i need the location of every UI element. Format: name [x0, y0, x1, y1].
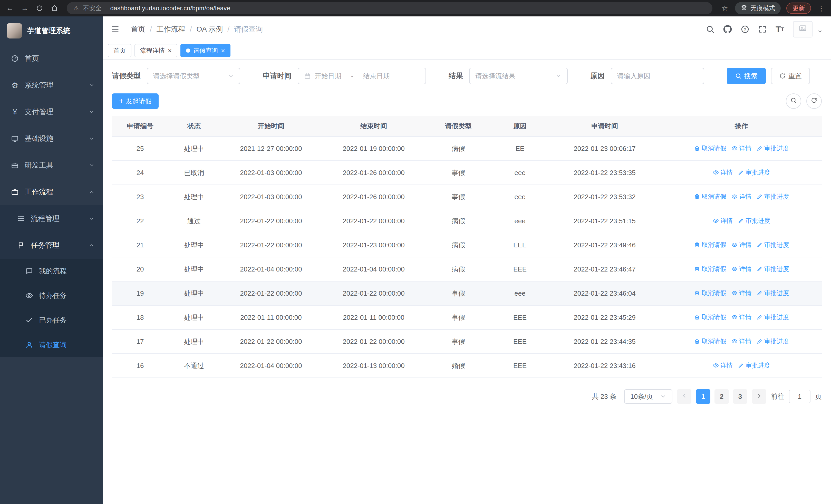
approval-progress-link[interactable]: 审批进度	[738, 361, 770, 369]
cancel-leave-link[interactable]: 取消请假	[694, 192, 726, 201]
sidebar-item-5[interactable]: 工作流程	[0, 179, 103, 205]
detail-link[interactable]: 详情	[732, 337, 751, 346]
sidebar-item-9[interactable]: 待办任务	[0, 283, 103, 308]
eye-icon	[732, 145, 738, 151]
breadcrumb: 首页/工作流程/OA 示例/请假查询	[131, 24, 263, 34]
approval-progress-link[interactable]: 审批进度	[756, 144, 789, 152]
apply-time-range-picker[interactable]: 开始日期 - 结束日期	[298, 68, 426, 84]
detail-link[interactable]: 详情	[732, 241, 751, 249]
chevron-down-icon[interactable]	[817, 29, 823, 37]
detail-link[interactable]: 详情	[732, 313, 751, 321]
cell-start-time: 2022-01-03 00:00:00	[220, 185, 322, 209]
detail-link[interactable]: 详情	[713, 361, 733, 369]
column-header: 操作	[661, 116, 822, 137]
page-button-2[interactable]: 2	[715, 389, 729, 404]
cancel-leave-link[interactable]: 取消请假	[694, 144, 726, 152]
url-bar[interactable]: ⚠ 不安全 dashboard.yudao.iocoder.cn/bpm/oa/…	[67, 2, 712, 14]
cancel-leave-link[interactable]: 取消请假	[694, 337, 726, 346]
home-icon[interactable]	[50, 5, 59, 12]
tab-2[interactable]: 请假查询×	[180, 44, 230, 57]
briefcase-icon	[10, 161, 20, 169]
approval-progress-link[interactable]: 审批进度	[756, 289, 789, 297]
breadcrumb-item[interactable]: OA 示例	[197, 24, 223, 34]
reload-icon[interactable]	[35, 5, 44, 12]
prev-page-button[interactable]	[677, 389, 691, 404]
cell-apply-time: 2022-01-22 23:46:47	[548, 257, 661, 281]
detail-link[interactable]: 详情	[713, 216, 733, 225]
approval-progress-link[interactable]: 审批进度	[756, 337, 789, 346]
tab-1[interactable]: 流程详情×	[135, 44, 177, 57]
font-size-icon[interactable]: TT	[776, 24, 784, 34]
cancel-leave-link[interactable]: 取消请假	[694, 313, 726, 321]
forward-icon[interactable]: →	[20, 4, 29, 12]
tab-0[interactable]: 首页	[108, 44, 132, 57]
breadcrumb-item[interactable]: 首页	[131, 24, 145, 34]
breadcrumb-item[interactable]: 工作流程	[156, 24, 185, 34]
reason-input[interactable]	[611, 68, 704, 84]
collapse-sidebar-icon[interactable]	[111, 25, 120, 34]
cell-status: 已取消	[168, 161, 220, 185]
total-count: 共 23 条	[592, 392, 617, 401]
detail-link[interactable]: 详情	[732, 289, 751, 297]
bookmark-star-icon[interactable]: ☆	[720, 4, 729, 12]
sidebar-item-6[interactable]: 流程管理	[0, 205, 103, 232]
security-label[interactable]: 不安全	[83, 4, 102, 12]
update-button[interactable]: 更新	[786, 3, 811, 14]
sidebar-item-1[interactable]: ⚙系统管理	[0, 72, 103, 98]
detail-link[interactable]: 详情	[732, 192, 751, 201]
trash-icon	[694, 314, 700, 320]
approval-progress-link[interactable]: 审批进度	[756, 241, 789, 249]
sidebar-item-3[interactable]: 基础设施	[0, 125, 103, 152]
sidebar-item-2[interactable]: ¥支付管理	[0, 98, 103, 125]
fullscreen-icon[interactable]	[758, 25, 767, 34]
detail-link[interactable]: 详情	[732, 265, 751, 273]
sidebar-item-4[interactable]: 研发工具	[0, 152, 103, 179]
tab-label: 请假查询	[193, 47, 218, 55]
page-button-3[interactable]: 3	[733, 389, 747, 404]
chevron-down-icon	[660, 393, 666, 399]
sidebar-item-10[interactable]: 已办任务	[0, 308, 103, 333]
breadcrumb-separator: /	[227, 25, 229, 33]
url-text[interactable]: dashboard.yudao.iocoder.cn/bpm/oa/leave	[110, 5, 230, 12]
page-size-select[interactable]: 10条/页	[624, 389, 672, 404]
approval-progress-link[interactable]: 审批进度	[756, 192, 789, 201]
chevron-down-icon	[89, 136, 94, 141]
sidebar-item-11[interactable]: 请假查询	[0, 333, 103, 357]
filter-leave-type: 请假类型 请选择请假类型	[112, 68, 240, 84]
sidebar-item-8[interactable]: 我的流程	[0, 259, 103, 283]
cancel-leave-link[interactable]: 取消请假	[694, 289, 726, 297]
avatar[interactable]	[793, 21, 812, 37]
warning-icon: ⚠	[74, 5, 79, 12]
cancel-leave-link[interactable]: 取消请假	[694, 265, 726, 273]
close-icon[interactable]: ×	[168, 47, 172, 54]
goto-page-input[interactable]	[789, 390, 810, 403]
page-button-1[interactable]: 1	[696, 389, 710, 404]
next-page-button[interactable]	[752, 389, 766, 404]
refresh-table-button[interactable]	[806, 93, 822, 109]
approval-progress-link[interactable]: 审批进度	[738, 168, 770, 177]
leave-type-select[interactable]: 请选择请假类型	[147, 68, 240, 84]
list-icon	[17, 215, 26, 223]
close-icon[interactable]: ×	[221, 47, 225, 54]
cancel-leave-link[interactable]: 取消请假	[694, 241, 726, 249]
github-icon[interactable]	[723, 25, 732, 34]
sidebar-item-0[interactable]: 首页	[0, 45, 103, 72]
kebab-menu-icon[interactable]: ⋮	[816, 4, 826, 12]
approval-progress-link[interactable]: 审批进度	[756, 265, 789, 273]
approval-progress-link[interactable]: 审批进度	[738, 216, 770, 225]
incognito-badge: 无痕模式	[735, 2, 781, 14]
help-icon[interactable]: ?	[741, 25, 749, 34]
search-button[interactable]: 搜索	[727, 68, 766, 84]
detail-link[interactable]: 详情	[713, 168, 733, 177]
filter-form: 请假类型 请选择请假类型 申请时间 开始日期 - 结束日期	[112, 68, 822, 84]
monitor-icon	[10, 135, 20, 142]
search-icon[interactable]	[706, 25, 715, 34]
reset-button[interactable]: 重置	[771, 68, 810, 84]
approval-progress-link[interactable]: 审批进度	[756, 313, 789, 321]
detail-link[interactable]: 详情	[732, 144, 751, 152]
create-leave-button[interactable]: + 发起请假	[112, 93, 159, 109]
toggle-search-button[interactable]	[786, 93, 801, 109]
back-icon[interactable]: ←	[5, 4, 15, 12]
result-select[interactable]: 请选择流结果	[469, 68, 568, 84]
sidebar-item-7[interactable]: 任务管理	[0, 232, 103, 259]
